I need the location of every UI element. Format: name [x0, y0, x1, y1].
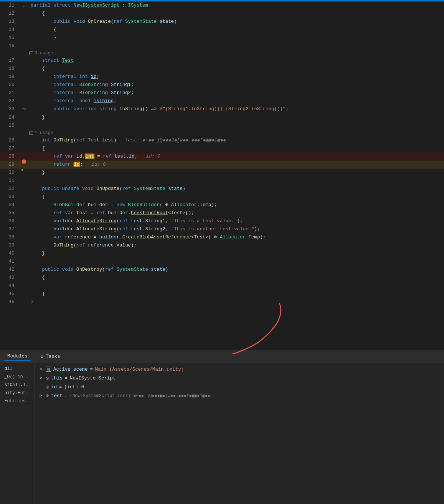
- token: "This is a test value.": [171, 218, 237, 224]
- watch-item-value: Main (Assets/Scenes/Main.unity): [95, 367, 184, 372]
- tab-tasks[interactable]: ⚙ Tasks: [38, 352, 63, 361]
- token: Allocator: [171, 202, 197, 208]
- line-content: {: [28, 26, 444, 34]
- token: public: [53, 106, 74, 112]
- token: }: [31, 299, 33, 305]
- token: .String1,: [142, 218, 171, 224]
- line-number: 32: [0, 185, 20, 193]
- line-content: }: [28, 290, 444, 298]
- line-content: int DoThing(ref Test test) test: ◆~◆◆ ]Q…: [28, 136, 444, 144]
- line-content: ref var id.int = ref test.id; id: 0: [28, 152, 444, 161]
- token: ( ⊕: [160, 202, 171, 208]
- token: Allocator: [220, 234, 246, 240]
- token: ref: [103, 154, 114, 159]
- token: SystemState: [117, 267, 148, 272]
- token: ref: [122, 186, 134, 191]
- token: {: [31, 27, 56, 32]
- token: void: [82, 186, 96, 191]
- token: .: [74, 226, 76, 232]
- token: <Test>( ⊕: [191, 234, 220, 240]
- token: (: [102, 267, 105, 272]
- token: Test: [88, 137, 102, 143]
- editor-area[interactable]: 11⌄partial struct NewISystemScript : ISy…: [0, 1, 444, 350]
- line-content: partial struct NewISystemScript : ISyste…: [28, 1, 444, 10]
- token: ref: [53, 154, 65, 159]
- sidebar-item[interactable]: stCall.Invoke(): [0, 381, 35, 389]
- code-line: 29➤ return id; id: 0: [0, 161, 444, 169]
- line-content: [28, 177, 444, 185]
- token: .: [119, 234, 122, 240]
- token: (: [119, 186, 122, 191]
- token: ;: [114, 98, 117, 104]
- line-number: 22: [0, 97, 20, 105]
- token: ref: [96, 210, 108, 216]
- line-content: internal int id;: [28, 73, 444, 81]
- sidebar-item[interactable]: _O() in , Unity: [0, 373, 35, 381]
- token: id: [76, 154, 82, 159]
- token: (: [74, 137, 76, 143]
- token: [31, 106, 53, 112]
- token: (: [117, 218, 119, 224]
- token: [31, 162, 53, 167]
- code-line: 20 internal BlobString String1;: [0, 81, 444, 89]
- usage-box-icon: ☑: [29, 51, 33, 55]
- token: ref: [53, 210, 65, 216]
- code-line: 43 {: [0, 274, 444, 282]
- token: ;: [96, 74, 99, 79]
- token: test: [114, 154, 126, 159]
- token: {: [31, 194, 45, 199]
- token: builder: [99, 234, 119, 240]
- token: }: [31, 115, 45, 120]
- code-line: 28 ref var id.int = ref test.id; id: 0: [0, 152, 444, 161]
- token: int: [85, 154, 94, 159]
- line-number: 42: [0, 266, 20, 274]
- watch-item-eq: =: [90, 367, 93, 372]
- sidebar-item[interactable]: dll: [0, 365, 35, 373]
- sidebar-item[interactable]: Entities.dll: [0, 397, 35, 405]
- code-line: 45 }: [0, 290, 444, 298]
- token: }: [31, 35, 56, 40]
- line-number: 43: [0, 274, 20, 282]
- line-number: 40: [0, 249, 20, 258]
- line-number: 30: [0, 169, 20, 177]
- watch-expand-icon[interactable]: >: [39, 367, 44, 372]
- token: OnDestroy: [76, 267, 102, 272]
- token: [31, 154, 53, 159]
- usage-hint-text: 1 usage: [35, 130, 53, 136]
- line-content: public override string ToString() => $"{…: [28, 105, 444, 113]
- line-number: 26: [0, 136, 20, 144]
- token: [31, 82, 53, 87]
- line-content: }: [28, 34, 444, 42]
- bottom-panel: Modules ⚙ Tasks dll_O() in , UnitystCall…: [0, 350, 444, 504]
- watch-expand-icon[interactable]: >: [39, 375, 44, 381]
- token: );: [254, 226, 260, 232]
- code-line: 30 }: [0, 169, 444, 177]
- line-content: [28, 282, 444, 290]
- line-content: internal bool isThing;: [28, 97, 444, 105]
- line-number: 18: [0, 65, 20, 73]
- token: ref: [105, 267, 117, 272]
- token: [31, 186, 42, 191]
- watch-item-icon: ◎: [46, 375, 49, 381]
- token: BlobString: [79, 90, 111, 96]
- sidebar-item[interactable]: nity.Entities.d: [0, 389, 35, 397]
- code-line: 14 {: [0, 26, 444, 34]
- token: ;: [131, 82, 134, 87]
- tab-modules[interactable]: Modules: [4, 352, 31, 361]
- code-line: 19 internal int id;: [0, 73, 444, 81]
- token: builder: [53, 218, 74, 224]
- line-number: 14: [0, 26, 20, 34]
- line-content: ref var test = ref builder.ConstructRoot…: [28, 209, 444, 217]
- token: id: [129, 154, 135, 159]
- line-content: {: [28, 144, 444, 152]
- watch-item: >⊙test = {NewISystemScript.Test} ◆~◆◆ ]Q…: [35, 391, 444, 400]
- code-line: 33 {: [0, 193, 444, 201]
- token: SystemState: [125, 19, 157, 24]
- token: ref: [119, 226, 131, 232]
- watch-expand-icon[interactable]: >: [39, 393, 44, 399]
- token: id: [74, 162, 80, 167]
- line-content: public void OnCreate(ref SystemState sta…: [28, 18, 444, 26]
- line-number: 34: [0, 201, 20, 209]
- line-content: }: [28, 169, 444, 177]
- token: test: [131, 226, 142, 232]
